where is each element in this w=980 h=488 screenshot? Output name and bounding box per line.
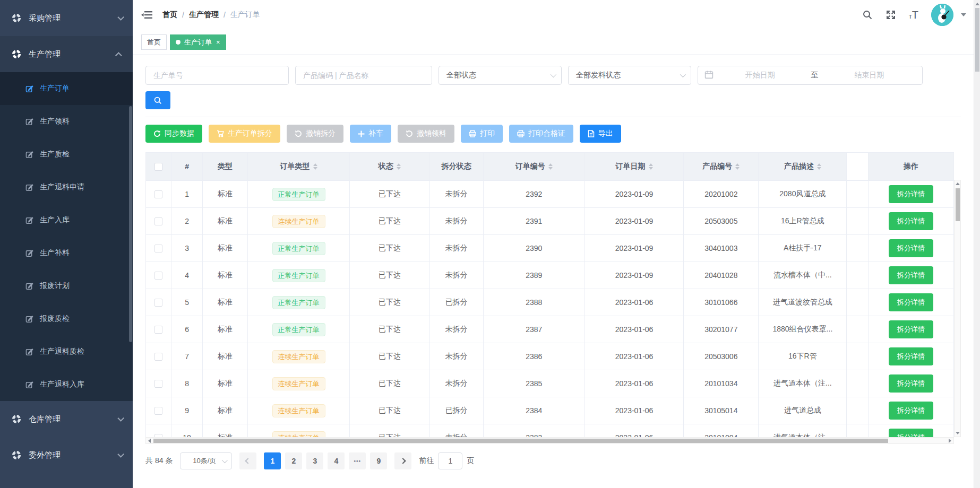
page-button[interactable]: 1 bbox=[264, 452, 281, 469]
sidebar-subitem[interactable]: 生产领料 bbox=[0, 105, 133, 138]
sync-data-button[interactable]: 同步数据 bbox=[145, 125, 202, 143]
sidebar-item-outsource-mgmt[interactable]: 委外管理 bbox=[0, 437, 133, 473]
next-page-button[interactable] bbox=[394, 452, 411, 469]
scroll-up-icon[interactable] bbox=[974, 0, 980, 7]
sidebar-item-label: 生产管理 bbox=[29, 49, 117, 59]
sort-icon[interactable] bbox=[649, 163, 653, 170]
page-button[interactable]: 2 bbox=[285, 452, 302, 469]
table-horizontal-scrollbar[interactable] bbox=[145, 437, 954, 444]
cell-status: 已下达 bbox=[349, 397, 429, 424]
edit-icon bbox=[25, 315, 33, 323]
col-order-type[interactable]: 订单类型 bbox=[248, 153, 349, 180]
sidebar-subitem[interactable]: 报废计划 bbox=[0, 269, 133, 302]
row-checkbox[interactable] bbox=[154, 190, 162, 198]
sort-icon[interactable] bbox=[817, 163, 821, 170]
split-detail-button[interactable]: 拆分详情 bbox=[889, 185, 933, 203]
window-scroll-thumb[interactable] bbox=[975, 8, 979, 72]
sidebar-subitem-label: 生产质检 bbox=[40, 150, 70, 159]
page-size-select[interactable]: 10条/页 bbox=[180, 452, 232, 469]
split-detail-button[interactable]: 拆分详情 bbox=[889, 212, 933, 230]
sort-icon[interactable] bbox=[548, 163, 553, 170]
sidebar-item-production-mgmt[interactable]: 生产管理 bbox=[0, 36, 133, 72]
sidebar-subitem[interactable]: 生产订单 bbox=[0, 72, 133, 105]
select-all-checkbox[interactable] bbox=[154, 163, 162, 171]
close-icon[interactable]: × bbox=[216, 38, 220, 46]
breadcrumb-home[interactable]: 首页 bbox=[162, 10, 177, 20]
print-button[interactable]: 打印 bbox=[461, 125, 503, 143]
page-button[interactable]: 4 bbox=[328, 452, 345, 469]
split-detail-button[interactable]: 拆分详情 bbox=[889, 293, 933, 311]
split-detail-button[interactable]: 拆分详情 bbox=[889, 266, 933, 284]
scroll-up-icon[interactable] bbox=[955, 180, 960, 187]
avatar[interactable] bbox=[931, 4, 953, 26]
horizontal-scroll-thumb[interactable] bbox=[153, 439, 888, 443]
fullscreen-icon[interactable] bbox=[886, 10, 896, 20]
production-order-no-input[interactable] bbox=[145, 66, 289, 85]
scroll-down-icon[interactable] bbox=[955, 430, 960, 437]
goto-page-input[interactable] bbox=[438, 452, 462, 469]
export-button[interactable]: 导出 bbox=[580, 125, 621, 143]
scroll-right-icon[interactable] bbox=[947, 437, 953, 444]
row-checkbox[interactable] bbox=[154, 272, 162, 280]
row-checkbox[interactable] bbox=[154, 217, 162, 225]
tab-production-order[interactable]: 生产订单 × bbox=[170, 34, 226, 50]
sidebar-subitem[interactable]: 生产入库 bbox=[0, 204, 133, 237]
sort-icon[interactable] bbox=[397, 163, 401, 170]
split-detail-button[interactable]: 拆分详情 bbox=[889, 320, 933, 338]
col-product-no[interactable]: 产品编号 bbox=[684, 153, 759, 180]
cell-split-status: 未拆分 bbox=[429, 424, 483, 438]
row-checkbox[interactable] bbox=[154, 380, 162, 388]
split-detail-button[interactable]: 拆分详情 bbox=[889, 374, 933, 393]
order-type-tag: 正常生产订单 bbox=[272, 269, 325, 282]
sidebar-item-purchase-mgmt[interactable]: 采购管理 bbox=[0, 0, 133, 36]
table-vertical-scrollbar[interactable] bbox=[954, 180, 961, 437]
col-product-desc[interactable]: 产品描述 bbox=[759, 153, 847, 180]
sidebar-item-warehouse-mgmt[interactable]: 仓库管理 bbox=[0, 401, 133, 437]
search-icon[interactable] bbox=[862, 10, 873, 20]
split-detail-button[interactable]: 拆分详情 bbox=[889, 429, 933, 437]
status-select[interactable]: 全部状态 bbox=[439, 66, 562, 85]
split-detail-button[interactable]: 拆分详情 bbox=[889, 239, 933, 257]
row-checkbox[interactable] bbox=[154, 353, 162, 361]
sidebar-subitem[interactable]: 生产退料质检 bbox=[0, 335, 133, 368]
page-button[interactable]: ••• bbox=[349, 452, 366, 469]
vertical-scroll-thumb[interactable] bbox=[956, 188, 960, 221]
search-button[interactable] bbox=[145, 91, 170, 109]
tab-home[interactable]: 首页 bbox=[141, 34, 167, 50]
split-detail-button[interactable]: 拆分详情 bbox=[889, 402, 933, 420]
page-button[interactable]: 9 bbox=[370, 452, 387, 469]
col-order-date[interactable]: 订单日期 bbox=[584, 153, 683, 180]
prev-page-button[interactable] bbox=[239, 452, 256, 469]
date-range-picker[interactable]: 开始日期 至 结束日期 bbox=[698, 66, 923, 85]
chevron-down-icon bbox=[551, 72, 556, 77]
menu-fold-icon[interactable] bbox=[141, 10, 153, 20]
page-button[interactable]: 3 bbox=[306, 452, 323, 469]
sidebar-scrollbar[interactable] bbox=[129, 106, 132, 342]
sort-icon[interactable] bbox=[735, 163, 740, 170]
print-certificate-button[interactable]: 打印合格证 bbox=[509, 125, 573, 143]
avatar-dropdown-caret[interactable] bbox=[961, 13, 966, 16]
sort-icon[interactable] bbox=[313, 163, 317, 170]
material-status-select[interactable]: 全部发料状态 bbox=[568, 66, 691, 85]
row-checkbox[interactable] bbox=[154, 245, 162, 252]
font-size-icon[interactable]: тT bbox=[909, 10, 918, 20]
add-vehicle-button[interactable]: 补车 bbox=[350, 125, 391, 143]
split-detail-button[interactable]: 拆分详情 bbox=[889, 347, 933, 365]
product-code-name-input[interactable] bbox=[295, 66, 432, 85]
row-checkbox[interactable] bbox=[154, 326, 162, 334]
sidebar-subitem[interactable]: 生产退料入库 bbox=[0, 368, 133, 401]
scroll-left-icon[interactable] bbox=[146, 437, 153, 444]
breadcrumb-production[interactable]: 生产管理 bbox=[189, 10, 219, 20]
row-checkbox[interactable] bbox=[154, 407, 162, 415]
sidebar-subitem[interactable]: 报废质检 bbox=[0, 302, 133, 335]
order-split-button[interactable]: 生产订单拆分 bbox=[209, 125, 280, 143]
col-status[interactable]: 状态 bbox=[349, 153, 429, 180]
row-checkbox[interactable] bbox=[154, 299, 162, 307]
undo-picking-button[interactable]: 撤销领料 bbox=[398, 125, 454, 143]
sidebar-subitem[interactable]: 生产退料申请 bbox=[0, 171, 133, 204]
col-order-no[interactable]: 订单编号 bbox=[483, 153, 584, 180]
sidebar-subitem[interactable]: 生产补料 bbox=[0, 237, 133, 269]
undo-split-button[interactable]: 撤销拆分 bbox=[287, 125, 343, 143]
sidebar-subitem[interactable]: 生产质检 bbox=[0, 138, 133, 171]
window-scrollbar[interactable] bbox=[974, 0, 980, 488]
